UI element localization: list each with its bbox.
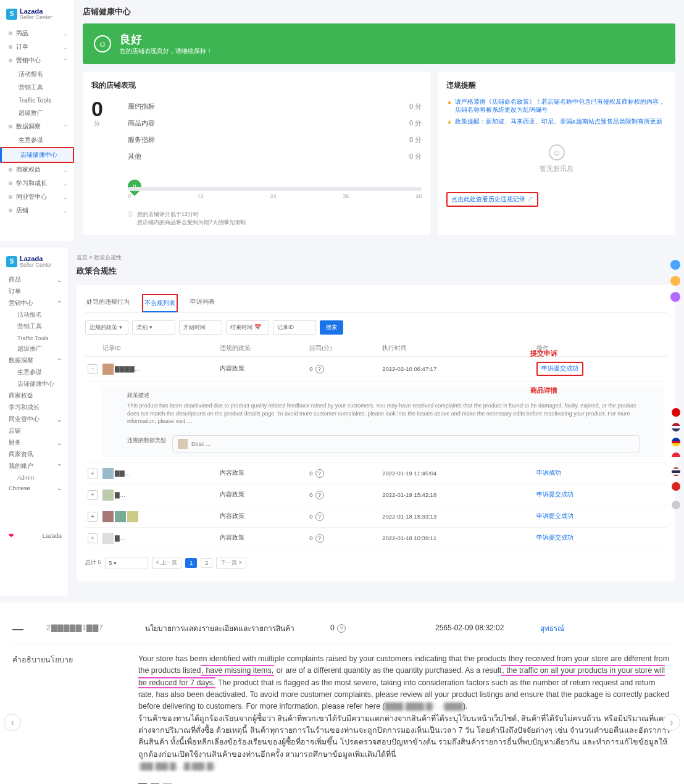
sidebar-item[interactable]: 活动报名 [0, 309, 68, 321]
score-slider: 0 0 12 24 36 48 [128, 180, 422, 204]
prev-arrow[interactable]: ‹ [4, 714, 21, 731]
brand-logo[interactable]: S LazadaSeller Center [0, 252, 68, 274]
chat-icon[interactable] [670, 260, 680, 270]
help-icon[interactable]: ? [315, 512, 324, 521]
product-preview[interactable]: Desc … [172, 435, 640, 452]
page-title: 店铺健康中心 [83, 6, 675, 17]
sidebar-b: S LazadaSeller Center 商品⌄ 订单 营销中心⌃ 活动报名 … [0, 248, 68, 596]
table-row[interactable]: + ▇▇… 内容政策 0? 2022-01-19 11:45:04 申诉成功 [85, 462, 667, 484]
sidebar-item[interactable]: 生意参谋 [0, 133, 74, 147]
expand-icon[interactable]: + [88, 469, 98, 478]
filter-category[interactable]: 类别 ▾ [132, 320, 175, 335]
heart-icon[interactable] [670, 292, 680, 302]
sidebar-item[interactable]: 商品⌄ [0, 27, 74, 40]
page-size[interactable]: 5 ▾ [105, 557, 148, 569]
next-arrow[interactable]: › [663, 714, 680, 731]
sidebar-item[interactable]: 学习和成长 [0, 402, 68, 414]
sidebar-item[interactable]: 店铺 [0, 425, 68, 437]
collapse-icon[interactable] [12, 629, 23, 630]
expand-icon[interactable]: + [88, 512, 98, 522]
sidebar-item[interactable]: 超级推广 [0, 343, 68, 355]
tab-noncompliant[interactable]: 不合规列表 [142, 294, 178, 312]
sidebar-item[interactable]: Chinese⌄ [0, 483, 68, 493]
flag-icon[interactable] [672, 438, 680, 446]
page-1[interactable]: 1 [185, 558, 197, 568]
appeal-link[interactable]: 申诉成功 [536, 469, 561, 476]
alert-line[interactable]: ▲请严格遵循《店铺命名政策》！若店铺名称中包含已有侵权及商标权的内容，店铺名称将… [446, 98, 667, 114]
sidebar-item[interactable]: 生意参谋 [0, 367, 68, 378]
sidebar-item[interactable]: 财务⌄ [0, 437, 68, 449]
table-row[interactable]: + 内容政策 0? 2022-01-18 15:33:13 申诉提交成功 [85, 506, 667, 527]
table-row[interactable]: + ▇… 内容政策 0? 2022-01-18 10:39:11 申诉提交成功 [85, 527, 667, 549]
prev-page[interactable]: < 上一页 [152, 557, 182, 569]
sidebar-item[interactable]: 我的账户⌃ [0, 461, 68, 472]
search-button[interactable]: 搜索 [320, 320, 343, 335]
filter-policy[interactable]: 违规的政策 ▾ [85, 320, 128, 335]
flag-icon[interactable] [672, 423, 680, 432]
sidebar-item[interactable]: Admin [0, 472, 68, 483]
sidebar-item[interactable]: 活动报名 [0, 67, 74, 81]
sidebar-item[interactable]: 商家资讯 [0, 449, 68, 461]
expand-icon[interactable]: + [88, 533, 98, 543]
sidebar-item[interactable]: Traffic Tools [0, 333, 68, 343]
sidebar-item[interactable]: 订单⌄ [0, 40, 74, 54]
sidebar-item[interactable]: 数据洞察⌃ [0, 120, 74, 133]
help-icon[interactable]: ? [315, 534, 324, 543]
tab-violations[interactable]: 处罚的违规行为 [85, 294, 131, 312]
sidebar-item[interactable]: 店铺健康中心 [0, 378, 68, 390]
filter-end[interactable]: 结束时间 📅 [226, 320, 269, 335]
sidebar-item[interactable]: 订单 [0, 286, 68, 298]
sidebar-item[interactable]: 商家权益 [0, 390, 68, 402]
gear-icon[interactable] [672, 501, 680, 509]
help-icon[interactable]: ? [337, 624, 346, 633]
bell-icon[interactable] [670, 276, 680, 286]
appeal-link[interactable]: อุทธรณ์ [540, 624, 564, 633]
filter-id[interactable]: 记录ID [273, 320, 316, 335]
product-thumbs [138, 782, 672, 784]
collapse-icon[interactable]: − [88, 364, 98, 374]
help-icon[interactable]: ? [315, 491, 324, 499]
sidebar-item[interactable]: 营销中心⌃ [0, 54, 74, 67]
policy-description: Your store has been identified with mult… [138, 653, 672, 773]
sidebar-item[interactable]: 学习和成长⌄ [0, 177, 74, 190]
tab-appeals[interactable]: 申诉列表 [189, 294, 216, 312]
sidebar-item[interactable]: 数据洞察⌃ [0, 355, 68, 367]
help-icon[interactable]: ? [315, 469, 324, 478]
flag-icon[interactable] [672, 467, 680, 476]
flag-icon[interactable] [672, 482, 680, 491]
side-widgets [670, 260, 680, 302]
next-page[interactable]: 下一页 > [216, 557, 246, 569]
sidebar-item[interactable]: 超级推广 [0, 106, 74, 120]
flag-icon[interactable] [672, 452, 680, 461]
table-row[interactable]: + ▇… 内容政策 0? 2022-01-19 15:42:16 申诉提交成功 [85, 484, 667, 506]
filter-start[interactable]: 开始时间 [179, 320, 222, 335]
sidebar-item[interactable]: 同业管中心⌄ [0, 414, 68, 425]
flag-icon[interactable] [672, 408, 680, 417]
card-title: 我的店铺表现 [91, 80, 422, 91]
table-row[interactable]: − ▇▇▇▇… 内容政策 0? 2022-02-10 06:47:17 申诉提交… [85, 357, 667, 382]
pagination: 总计 5 5 ▾ < 上一页 1 2 下一页 > [85, 557, 667, 569]
sidebar-a: S LazadaSeller Center 商品⌄ 订单⌄ 营销中心⌃ 活动报名… [0, 0, 74, 241]
appeal-link[interactable]: 申诉提交成功 [536, 491, 573, 498]
tabs: 处罚的违规行为 不合规列表 申诉列表 [85, 294, 667, 313]
filters: 违规的政策 ▾ 类别 ▾ 开始时间 结束时间 📅 记录ID 搜索 [85, 320, 667, 335]
sidebar-item[interactable]: Traffic Tools [0, 94, 74, 106]
appeal-link[interactable]: 申诉提交成功 [536, 512, 573, 519]
help-icon[interactable]: ? [315, 365, 324, 373]
sidebar-item[interactable]: 营销中心⌃ [0, 298, 68, 309]
sidebar-item-health-active[interactable]: 店铺健康中心 [0, 147, 74, 163]
history-link[interactable]: 点击此处查看历史违规记录 ↗ [451, 195, 533, 204]
alert-line[interactable]: ▲政策提醒：新加坡、马来西亚、印尼、泰国&越南站点预售品类限制有所更新 [446, 118, 667, 126]
sidebar-item[interactable]: 营销工具 [0, 321, 68, 333]
sidebar-item[interactable]: 商品⌄ [0, 274, 68, 286]
sidebar-item[interactable]: 店铺⌄ [0, 204, 74, 217]
page-2[interactable]: 2 [201, 558, 212, 568]
status-banner: ☺ 良好 您的店铺表现良好，请继续保持！ [83, 23, 675, 64]
appeal-link[interactable]: 申诉提交成功 [541, 365, 578, 372]
expand-icon[interactable]: + [88, 490, 98, 500]
appeal-link[interactable]: 申诉提交成功 [536, 534, 573, 541]
sidebar-item[interactable]: 商家权益⌄ [0, 163, 74, 177]
sidebar-item[interactable]: 同业管中心⌄ [0, 190, 74, 204]
sidebar-item[interactable]: 营销工具 [0, 81, 74, 94]
brand-logo[interactable]: S LazadaSeller Center [0, 5, 74, 27]
